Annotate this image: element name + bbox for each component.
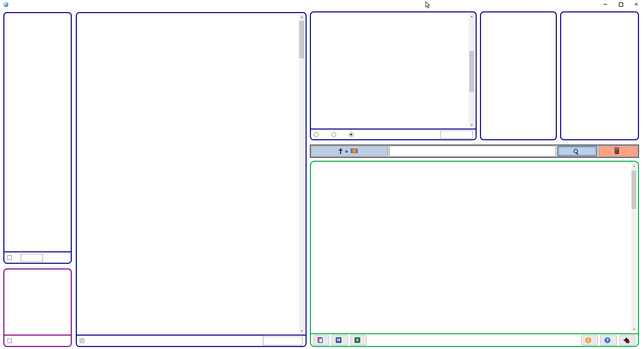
sections-list [6,274,69,333]
results-panel [310,161,639,347]
ot-radio[interactable] [314,132,319,137]
scrollbar-thumb[interactable] [299,21,304,58]
bibles-scrollbar[interactable] [299,14,305,334]
copy-button[interactable] [314,335,329,345]
search-bar [310,145,639,158]
books-list [312,16,468,128]
nt-radio[interactable] [331,132,336,137]
unique-names-checkbox[interactable] [80,339,84,343]
maximize-icon [619,2,623,7]
bibles-list [78,17,298,334]
chapters-panel [480,11,557,140]
scroll-up-icon[interactable] [631,163,637,168]
sections-panel-footer [4,335,71,346]
scroll-down-icon[interactable] [299,328,305,334]
open-book-icon [351,148,358,154]
close-icon [634,1,638,8]
maximize-button[interactable] [613,0,629,9]
titlebar [0,0,644,9]
help-button[interactable] [600,335,617,345]
bibles-panel [76,12,307,347]
ms-excel-icon [355,337,360,343]
mouse-cursor [425,1,430,9]
app-icon [3,2,8,7]
languages-panel [3,12,72,264]
window-controls [598,0,644,9]
configuration-button[interactable] [620,335,635,345]
trash-icon [615,149,619,154]
search-input[interactable] [389,146,556,156]
search-icon [574,149,578,153]
books-panel-footer [311,129,476,139]
question-icon [604,337,610,343]
results-footer [311,333,638,346]
ot-nt-radio[interactable] [349,132,354,137]
chevrons-icon [345,148,348,155]
scroll-up-icon[interactable] [299,14,305,19]
sections-panel [3,268,72,347]
about-button[interactable] [581,335,598,345]
bibles-panel-footer [77,335,306,346]
scrollbar-thumb[interactable] [469,51,474,92]
languages-panel-footer [4,251,71,263]
ms-word-icon [336,337,341,343]
languages-list [6,17,69,251]
select-all-sections-checkbox[interactable] [7,339,12,343]
gear-icon [624,338,629,343]
minimize-button[interactable] [598,0,613,9]
books-panel [310,11,477,140]
results-list [314,166,630,332]
scrollbar-thumb[interactable] [632,170,636,209]
search-button[interactable] [557,146,597,156]
native-checkbox[interactable] [7,255,12,260]
bibio-iq-window [0,0,644,349]
cross-icon [339,148,342,154]
books-filter-input[interactable] [440,131,473,139]
get-bible-verses-button[interactable] [311,146,388,156]
info-icon [585,337,591,343]
results-scrollbar[interactable] [631,163,637,332]
close-button[interactable] [629,0,644,9]
clear-button[interactable] [599,146,638,156]
verses-panel [560,11,639,140]
copy-icon [318,337,323,343]
scroll-up-icon[interactable] [469,13,475,19]
languages-filter-input[interactable] [21,254,43,262]
minimize-icon [604,4,607,5]
scroll-down-icon[interactable] [469,122,475,128]
ms-excel-button[interactable] [351,335,367,345]
ms-word-button[interactable] [332,335,348,345]
books-scrollbar[interactable] [469,13,475,128]
scroll-down-icon[interactable] [631,327,637,332]
bibles-filter-input[interactable] [263,337,303,345]
